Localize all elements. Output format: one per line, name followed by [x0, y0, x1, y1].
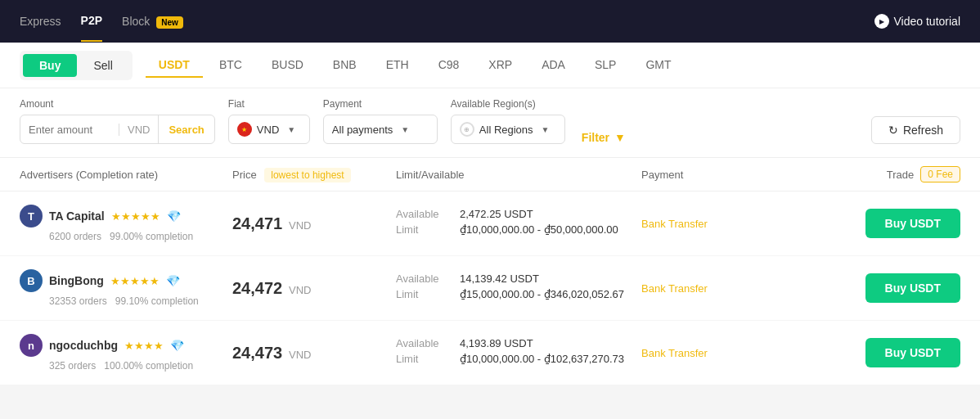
chevron-down-icon: ▼: [614, 131, 626, 144]
fee-badge: 0 Fee: [920, 166, 960, 182]
chevron-down-icon: ▼: [287, 125, 295, 134]
payment-col: Bank Transfer: [641, 217, 789, 230]
tab-c98[interactable]: C98: [425, 53, 473, 78]
tab-gmt[interactable]: GMT: [632, 53, 684, 78]
vnd-flag-icon: ★: [237, 122, 252, 137]
price-col: 24,473 VND: [232, 344, 396, 363]
chevron-down-icon: ▼: [401, 125, 409, 134]
price-value: 24,471: [232, 214, 282, 232]
limit-range: ₫10,000,000.00 - ₫50,000,000.00: [460, 223, 618, 236]
price-value: 24,472: [232, 279, 282, 297]
fiat-label: Fiat: [228, 98, 310, 110]
buy-button[interactable]: Buy: [23, 54, 77, 77]
limit-header: Limit/Available: [396, 169, 641, 181]
search-button[interactable]: Search: [158, 115, 214, 143]
buy-usdt-button[interactable]: Buy USDT: [865, 209, 960, 238]
trade-col: Buy USDT: [865, 338, 960, 367]
top-navigation: Express P2P Block New Video tutorial: [0, 0, 980, 43]
chevron-down-icon: ▼: [542, 125, 550, 134]
advertiser-name-text: ngocduchbg: [49, 339, 118, 352]
amount-label: Amount: [20, 98, 215, 110]
advertiser-name: n ngocduchbg ★★★★ 💎: [20, 334, 232, 357]
tab-busd[interactable]: BUSD: [258, 53, 317, 78]
table-body: T TA Capital ★★★★★ 💎 6200 orders 99.00% …: [0, 191, 980, 385]
buy-sell-toggle: Buy Sell: [20, 51, 133, 80]
limit-col: Available 4,193.89 USDT Limit ₫10,000,00…: [396, 337, 641, 368]
limit-row: Limit ₫10,000,000.00 - ₫50,000,000.00: [396, 223, 641, 236]
available-row: Available 4,193.89 USDT: [396, 337, 641, 349]
available-row: Available 14,139.42 USDT: [396, 273, 641, 285]
payment-label: Payment: [323, 98, 438, 110]
video-tutorial-link[interactable]: Video tutorial: [874, 14, 960, 29]
limit-range: ₫10,000,000.00 - ₫102,637,270.73: [460, 353, 624, 365]
price-col: 24,472 VND: [232, 279, 396, 298]
available-row: Available 2,472.25 USDT: [396, 208, 641, 220]
available-label: Available: [396, 208, 453, 220]
nav-express[interactable]: Express: [20, 2, 61, 41]
fiat-value: VND: [257, 124, 279, 136]
nav-p2p[interactable]: P2P: [81, 1, 102, 42]
table-row: B BingBong ★★★★★ 💎 32353 orders 99.10% c…: [0, 256, 980, 321]
sell-button[interactable]: Sell: [77, 54, 128, 77]
tab-usdt[interactable]: USDT: [146, 53, 203, 78]
tab-eth[interactable]: ETH: [373, 53, 422, 78]
amount-currency: VND: [119, 124, 158, 136]
avatar: B: [20, 269, 43, 292]
amount-filter: Amount VND Search: [20, 98, 215, 144]
fiat-select[interactable]: ★ VND ▼: [228, 115, 310, 144]
star-rating: ★★★★★: [111, 210, 160, 223]
verified-icon: 💎: [167, 210, 181, 223]
tab-bnb[interactable]: BNB: [320, 53, 370, 78]
advertiser-name-text: BingBong: [49, 274, 104, 287]
tab-btc[interactable]: BTC: [206, 53, 255, 78]
region-select[interactable]: ⊕ All Regions ▼: [451, 115, 565, 144]
available-value: 14,139.42 USDT: [460, 273, 539, 285]
limit-col: Available 2,472.25 USDT Limit ₫10,000,00…: [396, 208, 641, 239]
tab-slp[interactable]: SLP: [582, 53, 629, 78]
star-rating: ★★★★★: [110, 275, 160, 287]
fiat-filter: Fiat ★ VND ▼: [228, 98, 310, 144]
verified-icon: 💎: [170, 339, 184, 352]
buy-usdt-button[interactable]: Buy USDT: [865, 338, 960, 367]
price-header: Price lowest to highest: [232, 169, 396, 181]
price-sort-label: lowest to highest: [264, 168, 350, 182]
refresh-icon: ↻: [888, 124, 898, 137]
trade-col: Buy USDT: [865, 209, 960, 238]
payment-tag: Bank Transfer: [641, 282, 708, 295]
trade-col: Buy USDT: [865, 273, 960, 303]
available-label: Available: [396, 273, 453, 285]
amount-input[interactable]: [20, 124, 119, 136]
buy-usdt-button[interactable]: Buy USDT: [865, 273, 960, 303]
limit-range: ₫15,000,000.00 - ₫346,020,052.67: [460, 288, 624, 300]
advertiser-meta: 32353 orders 99.10% completion: [49, 295, 232, 307]
available-value: 2,472.25 USDT: [460, 208, 533, 220]
refresh-button[interactable]: ↻ Refresh: [871, 116, 960, 144]
advertiser-meta: 6200 orders 99.00% completion: [49, 231, 232, 242]
price-value: 24,473: [232, 344, 282, 362]
available-label: Available: [396, 337, 453, 349]
payment-tag: Bank Transfer: [641, 218, 708, 230]
payment-value: All payments: [332, 124, 393, 136]
second-navigation: Buy Sell USDT BTC BUSD BNB ETH C98 XRP A…: [0, 43, 980, 88]
nav-block[interactable]: Block New: [122, 2, 183, 41]
limit-row: Limit ₫10,000,000.00 - ₫102,637,270.73: [396, 353, 641, 365]
advertiser-col: B BingBong ★★★★★ 💎 32353 orders 99.10% c…: [20, 269, 232, 307]
region-filter: Available Region(s) ⊕ All Regions ▼: [451, 98, 565, 144]
advertiser-name-text: TA Capital: [49, 210, 105, 223]
tab-xrp[interactable]: XRP: [475, 53, 525, 78]
price-currency: VND: [289, 349, 311, 361]
payment-col: Bank Transfer: [641, 282, 789, 295]
filter-row: Amount VND Search Fiat ★ VND ▼ Payment A…: [0, 88, 980, 158]
limit-label: Limit: [396, 353, 453, 365]
advertiser-name: T TA Capital ★★★★★ 💎: [20, 205, 232, 228]
limit-row: Limit ₫15,000,000.00 - ₫346,020,052.67: [396, 288, 641, 300]
advertiser-header: Advertisers (Completion rate): [20, 169, 232, 181]
advertiser-col: T TA Capital ★★★★★ 💎 6200 orders 99.00% …: [20, 205, 232, 242]
tab-ada[interactable]: ADA: [528, 53, 578, 78]
price-currency: VND: [289, 284, 311, 296]
table-row: T TA Capital ★★★★★ 💎 6200 orders 99.00% …: [0, 191, 980, 256]
payment-tag: Bank Transfer: [641, 347, 708, 359]
payment-select[interactable]: All payments ▼: [323, 115, 438, 144]
play-icon: [874, 14, 889, 29]
filter-button[interactable]: Filter ▼: [578, 131, 629, 144]
